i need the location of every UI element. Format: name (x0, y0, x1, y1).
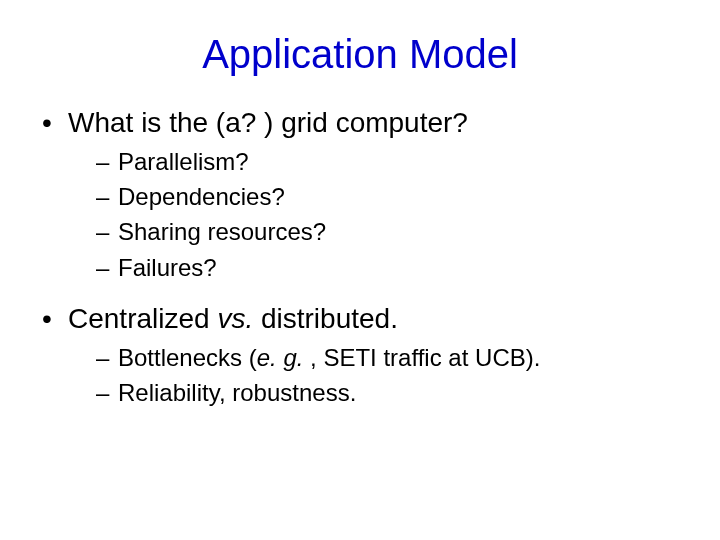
bullet-centralized-vs-distributed: Centralized vs. distributed. (40, 301, 680, 336)
bullet2-pre: Centralized (68, 303, 217, 334)
sub-bullet-failures: Failures? (96, 252, 680, 283)
bullet-grid-computer: What is the (a? ) grid computer? (40, 105, 680, 140)
slide: Application Model What is the (a? ) grid… (0, 0, 720, 540)
sub-bullet-reliability: Reliability, robustness. (96, 377, 680, 408)
sub-bullet-parallelism: Parallelism? (96, 146, 680, 177)
sub1-post: , SETI traffic at UCB). (303, 344, 540, 371)
sub1-italic: e. g. (257, 344, 304, 371)
bullet2-italic: vs. (217, 303, 253, 334)
sub1-pre: Bottlenecks ( (118, 344, 257, 371)
bullet2-post: distributed. (253, 303, 398, 334)
sub-bullet-bottlenecks: Bottlenecks (e. g. , SETI traffic at UCB… (96, 342, 680, 373)
sub-bullets-group-2: Bottlenecks (e. g. , SETI traffic at UCB… (96, 342, 680, 408)
slide-title: Application Model (40, 32, 680, 77)
sub-bullets-group-1: Parallelism? Dependencies? Sharing resou… (96, 146, 680, 283)
sub-bullet-sharing: Sharing resources? (96, 216, 680, 247)
sub-bullet-dependencies: Dependencies? (96, 181, 680, 212)
